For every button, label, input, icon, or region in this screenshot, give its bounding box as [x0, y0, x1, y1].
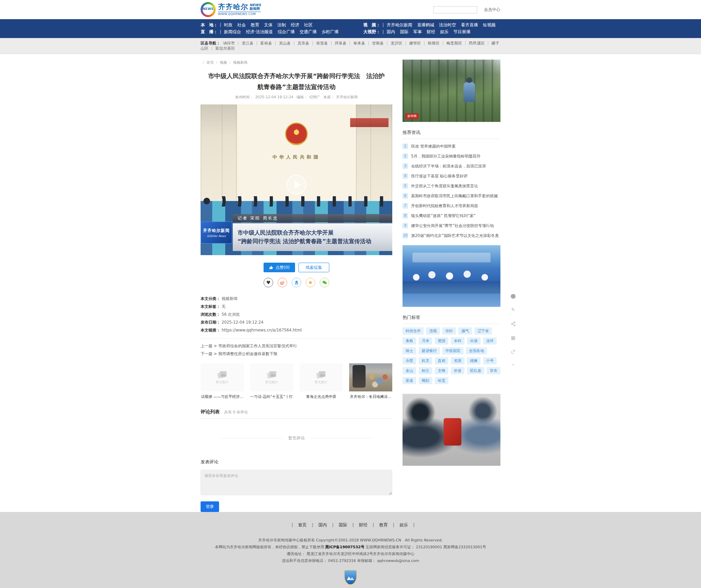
search-input[interactable]	[433, 6, 477, 13]
nav-link[interactable]: 军事	[413, 29, 422, 34]
nav-link[interactable]: 看齐直播	[461, 22, 478, 27]
nav-link[interactable]: 教育	[251, 22, 259, 27]
related-article-card[interactable]: 齐齐哈尔：冬日地摊冻…	[349, 363, 392, 399]
share-nodes-icon[interactable]	[509, 320, 517, 327]
qr-grid-icon[interactable]: ▦	[509, 334, 517, 341]
tag-pill[interactable]: 真相	[435, 357, 448, 364]
recommend-item[interactable]: 8猫头鹰幼崽“迷路” 民警帮它找到“家”	[403, 213, 500, 218]
member-center-link[interactable]: 会员中心	[484, 7, 500, 13]
nav-link[interactable]: 新闻综合	[224, 29, 241, 34]
tag-pill[interactable]: 骑士	[403, 347, 416, 354]
tag-pill[interactable]: 赤壁	[403, 357, 416, 364]
nav-link[interactable]: 节目展播	[454, 29, 471, 34]
tag-pill[interactable]: 连环	[483, 337, 497, 345]
tag-pill[interactable]: 漏气	[458, 327, 472, 335]
external-link-icon[interactable]	[509, 348, 517, 355]
comment-input[interactable]	[201, 470, 392, 495]
footer-nav-link[interactable]: 国内	[307, 522, 327, 527]
tag-pill[interactable]: 金山	[403, 367, 416, 374]
tag-pill[interactable]: 雄狮	[467, 357, 481, 364]
nav-link[interactable]: 法制	[277, 22, 286, 27]
region-link[interactable]: 梅里斯区	[446, 41, 469, 46]
footer-nav-link[interactable]: 国际	[327, 522, 347, 527]
nav-link[interactable]: 文体	[264, 22, 272, 27]
nav-link[interactable]: 齐齐哈尔新闻	[387, 22, 412, 27]
recommend-item[interactable]: 3在线经济下半场：前浪未远去，后浪已澎湃	[403, 163, 500, 169]
region-link[interactable]: 讷河市	[223, 41, 242, 46]
nav-link[interactable]: 法治时空	[439, 22, 456, 27]
tag-pill[interactable]: 资源	[451, 357, 464, 364]
nav-link[interactable]: 社区	[304, 22, 313, 27]
nav-link[interactable]: 乡村广播	[321, 29, 339, 34]
recommend-item[interactable]: 6莫斯科市政府取消市民上街佩戴口罩和手套的措施	[403, 193, 500, 199]
star-favorite-icon[interactable]: ★	[306, 278, 315, 287]
footer-nav-link[interactable]: 教育	[368, 522, 388, 527]
tag-pill[interactable]: 楚国	[435, 337, 448, 345]
region-link[interactable]: 富拉尔基区	[215, 46, 235, 51]
region-link[interactable]: 克东县	[297, 41, 316, 46]
nav-link[interactable]: 娱乐	[440, 29, 449, 34]
region-link[interactable]: 泰来县	[353, 41, 372, 46]
tag-pill[interactable]: 本科	[451, 337, 464, 345]
related-article-card[interactable]: 暂无图片 青海之光点亮中原	[299, 363, 343, 399]
tag-pill[interactable]: 穿衣	[487, 367, 500, 374]
site-logo[interactable]: NEWS 齐齐哈尔 NEWS 新闻网 WWW.QQHRNEWS.COM	[201, 2, 261, 17]
tag-pill[interactable]: 文物	[435, 367, 448, 374]
recommend-item[interactable]: 10第20届“相约北京”国际艺术节以文化之光添彩冬奥	[403, 233, 500, 238]
tag-pill[interactable]: 机关	[419, 357, 432, 364]
sidebar-photo-greenhouse[interactable]: 新华网	[403, 60, 500, 122]
footer-nav-link[interactable]: 娱乐	[388, 522, 408, 527]
qq-share-icon[interactable]	[292, 278, 301, 287]
nav-link[interactable]: 国际	[400, 29, 409, 34]
related-article-card[interactable]: 暂无图片 一习话·迈向“十五五”丨打…	[250, 363, 293, 399]
tag-pill[interactable]: 全国各地	[466, 347, 487, 354]
region-link[interactable]: 龙江县	[242, 41, 260, 46]
tag-pill[interactable]: 科技合作	[403, 327, 424, 335]
nav-link[interactable]: 时政	[224, 22, 232, 27]
tag-pill[interactable]: 你好	[442, 327, 456, 335]
tag-pill[interactable]: 月末	[419, 337, 432, 345]
nav-link[interactable]: 直播鹤城	[417, 22, 434, 27]
nav-link[interactable]: 经济·法治频道	[246, 29, 273, 34]
nav-link[interactable]: 财经	[427, 29, 435, 34]
tag-pill[interactable]: 脏乱差	[467, 367, 484, 374]
region-link[interactable]: 铁锋区	[428, 41, 446, 46]
tag-pill[interactable]: 建设银行	[419, 347, 440, 354]
next-article-link[interactable]: 我市调整住房公积金缴存基数下限	[218, 351, 278, 356]
recommend-item[interactable]: 7开创新时代院校教育和人才培养新局面	[403, 203, 500, 209]
related-article-card[interactable]: 暂无图片 话规律 ——习近平经济…	[201, 363, 244, 399]
dot-icon[interactable]: ●	[509, 292, 517, 299]
tag-pill[interactable]: 出借	[467, 337, 481, 345]
credibility-shield-badge[interactable]	[344, 570, 357, 585]
nav-link[interactable]: 社会	[237, 22, 246, 27]
favorite-heart-icon[interactable]: ♥	[264, 278, 273, 287]
nav-link[interactable]: 综合广播	[278, 29, 295, 34]
breadcrumb-link[interactable]: 视频	[214, 60, 227, 64]
tag-pill[interactable]: 雕刻	[419, 377, 432, 384]
region-link[interactable]: 依安县	[316, 41, 334, 46]
region-link[interactable]: 拜泉县	[335, 41, 353, 46]
sidebar-photo-stadium[interactable]	[403, 245, 500, 307]
tag-pill[interactable]: 价值	[451, 367, 464, 374]
nav-link[interactable]: 交通广播	[299, 29, 317, 34]
tag-pill[interactable]: 标注	[419, 367, 432, 374]
back-to-top-icon[interactable]: ⌃	[509, 362, 517, 370]
edit-pencil-icon[interactable]: ✎	[509, 306, 517, 313]
weibo-share-icon[interactable]	[278, 278, 287, 287]
nav-link[interactable]: 短视频	[483, 22, 496, 27]
play-button[interactable]	[286, 175, 306, 195]
tag-pill[interactable]: 违规	[426, 327, 440, 335]
login-button[interactable]: 登录	[201, 501, 219, 512]
region-link[interactable]: 富裕县	[260, 41, 279, 46]
region-link[interactable]: 甘南县	[372, 41, 391, 46]
prev-article-link[interactable]: 市政府任命的国家工作人员宪法宣誓仪式举行	[218, 343, 297, 348]
tag-pill[interactable]: 渠道	[403, 377, 416, 384]
video-player[interactable]: 中华人民共和国 记者 宋阳 周长忠 市中级人民法院联合齐齐哈尔大学开展 “跨龄同…	[201, 104, 392, 255]
tag-pill[interactable]: 哈里	[435, 377, 448, 384]
tag-pill[interactable]: 辽宁省	[474, 327, 492, 335]
recommend-item[interactable]: 9建华公安分局开展“两节”社会治安防控专项行动	[403, 223, 500, 228]
tag-pill[interactable]: 中医医院	[442, 347, 463, 354]
tag-pill[interactable]: 食粮	[403, 337, 416, 345]
nav-link[interactable]: 经济	[291, 22, 299, 27]
sidebar-photo-donation[interactable]	[403, 394, 500, 466]
